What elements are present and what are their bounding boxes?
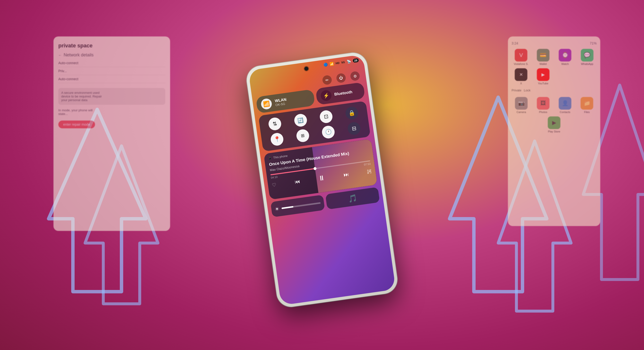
wifi-icon-circle: 📶 (260, 98, 272, 110)
network-details-label: Network details (64, 52, 94, 58)
private-label: Private (512, 88, 521, 92)
bluetooth-status-icon: 🔵 (323, 62, 328, 67)
bg-phone-left: private space ← Network details Auto-con… (54, 36, 170, 231)
app-contacts-label: Contacts (560, 110, 570, 114)
bg-left-row-1: Auto-connect (58, 59, 165, 67)
toggle-data[interactable]: ⇅ (268, 117, 282, 131)
phone-icon: 📱 (268, 156, 272, 160)
brightness-icon: ☀ (274, 206, 280, 212)
pencil-icon: ✏ (325, 78, 329, 83)
app-youtube-label: YouTube (538, 82, 548, 85)
data-transfer-icon: ⇅ (272, 120, 278, 127)
app-playstore-label: Play Store (548, 130, 560, 133)
wifi-icon: 📶 (263, 100, 270, 108)
bg-right-time: 3:24 (512, 41, 518, 45)
toggle-pip[interactable]: ⊞ (296, 128, 310, 143)
toggle-screenshot[interactable]: ⊡ (319, 110, 334, 124)
signal-icon: 📡 (346, 59, 351, 64)
next-button[interactable]: ⏭ (343, 171, 349, 178)
control-panel: ✏ ⏻ ⚙ 📶 WLAN (254, 69, 392, 301)
app-whatsapp-label: WhatsApp (581, 62, 593, 66)
music-note-icon: 🎵 (348, 194, 358, 203)
prev-button[interactable]: ⏮ (294, 178, 300, 185)
bg-left-info-2: device to be required. Repair (61, 94, 162, 98)
power-button[interactable]: ⏻ (336, 73, 346, 83)
wifi-status-icon: 📶 (329, 62, 334, 66)
bg-right-battery: 71% (590, 41, 596, 45)
5g-icon: 5G (341, 60, 345, 64)
brightness-slider[interactable] (282, 202, 320, 209)
toggle-sync[interactable]: 🔄 (293, 113, 308, 128)
app-watch[interactable]: ⌚ Watch (556, 49, 575, 66)
app-vodafone-label: Vodafone S. (514, 62, 528, 66)
app-contacts[interactable]: 👤 Contacts (555, 97, 575, 114)
app-wallet[interactable]: 💳 Wallet (534, 49, 553, 66)
app-vodafone[interactable]: V Vodafone S. (512, 49, 531, 66)
sync-icon: 🔄 (297, 117, 304, 124)
cast-icon: ⊟ (352, 125, 356, 132)
app-camera-label: Camera (516, 110, 526, 114)
music-source-label: This phone (273, 154, 288, 160)
toggle-timer[interactable]: 🕐 (321, 125, 336, 139)
gear-icon: ⚙ (353, 74, 357, 79)
bg-left-info-3: your personal data (61, 98, 162, 102)
bluetooth-tile[interactable]: ⚡ Bluetooth (316, 82, 365, 105)
app-x[interactable]: ✕ X (512, 68, 531, 85)
app-youtube[interactable]: ▶ YouTube (534, 68, 553, 85)
settings-button[interactable]: ⚙ (350, 71, 360, 81)
app-photos-label: Photos (539, 110, 547, 114)
wifi-text: WLAN OK-5G (274, 97, 287, 107)
power-icon: ⏻ (339, 76, 343, 80)
pause-button[interactable]: ⏸ (318, 174, 326, 182)
lock-icon: 🔒 (348, 110, 356, 117)
bg-phone-right: 3:24 71% V Vodafone S. 💳 Wallet ⌚ Watch … (508, 36, 600, 226)
bg-right-status-bar: 3:24 71% (512, 41, 596, 45)
like-button[interactable]: ♡ (272, 182, 276, 188)
bg-left-info-1: A secure environment used (61, 91, 162, 94)
bluetooth-icon: ⚡ (323, 92, 330, 99)
brightness-fill (282, 206, 293, 209)
location-icon: 📍 (274, 136, 281, 143)
toggle-lock[interactable]: 🔒 (344, 106, 359, 120)
bg-left-mode-info: In mode, your phone will (58, 108, 165, 112)
app-files[interactable]: 📁 Files (577, 97, 596, 114)
screenshot-icon: ⊡ (324, 113, 329, 120)
edit-button[interactable]: ✏ (322, 75, 332, 85)
bt-label: Bluetooth (334, 90, 352, 96)
app-whatsapp[interactable]: 💬 WhatsApp (578, 49, 597, 66)
app-camera[interactable]: 📷 Camera (512, 97, 531, 114)
battery-level: 29 (352, 58, 359, 63)
app-files-label: Files (584, 110, 590, 114)
time-current: 04:10 (271, 175, 278, 179)
app-wallet-label: Wallet (540, 62, 547, 66)
repair-mode-button[interactable]: enter repair mode (58, 120, 95, 128)
app-x-label: X (520, 82, 522, 85)
time-total: 07:53 (364, 162, 371, 166)
bg-left-title: private space (58, 42, 165, 49)
app-photos[interactable]: 🖼 Photos (534, 97, 553, 114)
bg-left-row-2: Priv... (58, 67, 165, 75)
toggle-cast[interactable]: ⊟ (347, 121, 361, 136)
hd-icon: HD (335, 61, 340, 65)
app-playstore[interactable]: ▶ Play Store (548, 116, 560, 133)
toggle-location[interactable]: 📍 (270, 132, 284, 146)
bg-right-apps-grid: V Vodafone S. 💳 Wallet ⌚ Watch 💬 WhatsAp… (512, 49, 596, 85)
bg-left-section: ← Network details Auto-connect Priv... A… (58, 52, 165, 83)
pip-icon: ⊞ (300, 133, 305, 138)
timer-icon: 🕐 (325, 128, 332, 136)
lock-label: Lock (524, 88, 530, 92)
bt-icon-circle: ⚡ (320, 90, 332, 102)
app-watch-label: Watch (561, 62, 569, 66)
bg-left-row-3: Auto-connect (58, 75, 165, 83)
lyrics-button[interactable]: 訶 (367, 168, 372, 174)
